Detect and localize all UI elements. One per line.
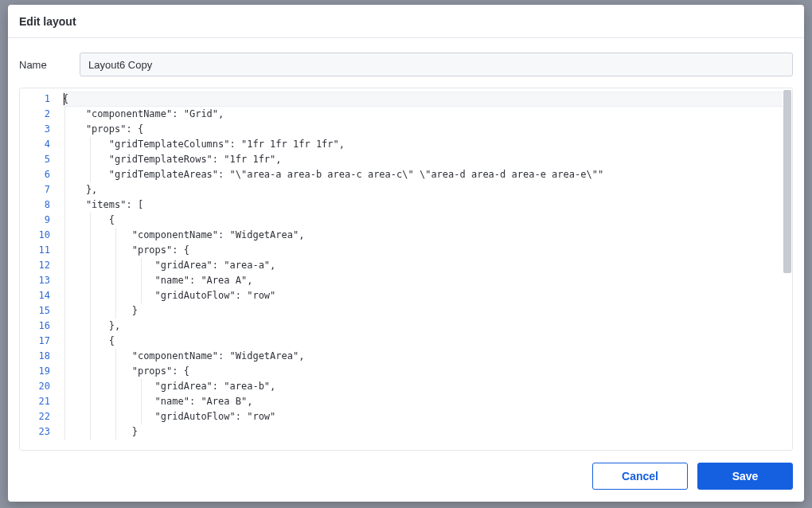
line-number: 21 [20,394,63,409]
indent-guide [90,364,91,379]
code-line[interactable]: "items": [ [63,197,792,213]
line-number: 1 [20,92,63,107]
code-line[interactable]: "name": "Area A", [63,273,792,288]
code-text: } [63,426,138,437]
indent-guide [64,394,65,409]
code-text: "componentName": "WidgetArea", [63,229,304,240]
code-text: "gridTemplateColumns": "1fr 1fr 1fr 1fr"… [63,139,345,150]
indent-guide [90,424,91,440]
code-line[interactable]: "componentName": "WidgetArea", [63,228,792,243]
code-line[interactable]: "gridTemplateColumns": "1fr 1fr 1fr 1fr"… [63,137,792,152]
line-number: 3 [20,122,63,137]
line-number: 6 [20,167,63,182]
edit-layout-modal: Edit layout Name 12345678910111213141516… [8,5,804,502]
indent-guide [141,409,142,424]
indent-guide [64,167,65,182]
scrollbar-track[interactable] [783,88,792,450]
indent-guide [64,122,65,137]
line-number: 20 [20,379,63,394]
code-text: "items": [ [63,199,143,210]
line-number: 5 [20,152,63,167]
indent-guide [141,379,142,394]
indent-guide [64,213,65,228]
indent-guide [141,258,142,273]
code-line[interactable]: "gridAutoFlow": "row" [63,409,792,424]
code-line[interactable]: { [63,213,792,228]
indent-guide [64,349,65,364]
save-button[interactable]: Save [697,463,793,490]
line-number: 13 [20,273,63,288]
line-number: 23 [20,424,63,440]
code-text: "componentName": "WidgetArea", [63,350,304,361]
code-text: }, [63,184,97,195]
line-number: 4 [20,137,63,152]
line-number: 12 [20,258,63,273]
indent-guide [64,379,65,394]
code-line[interactable]: { [63,92,792,107]
indent-guide [90,152,91,167]
code-line[interactable]: "props": { [63,243,792,258]
indent-guide [115,379,116,394]
name-input[interactable] [80,53,793,76]
line-number: 15 [20,303,63,318]
line-number: 18 [20,349,63,364]
code-text: "gridTemplateAreas": "\"area-a area-b ar… [63,169,603,180]
code-line[interactable]: { [63,334,792,349]
indent-guide [115,364,116,379]
line-number: 7 [20,182,63,197]
code-line[interactable]: "componentName": "Grid", [63,107,792,122]
cancel-button[interactable]: Cancel [592,463,688,490]
indent-guide [64,152,65,167]
code-line[interactable]: }, [63,182,792,197]
code-editor[interactable]: 1234567891011121314151617181920212223 { … [19,88,793,451]
indent-guide [64,182,65,197]
code-line[interactable]: "gridArea": "area-b", [63,379,792,394]
indent-guide [90,273,91,288]
code-text: "gridTemplateRows": "1fr 1fr", [63,154,282,165]
name-label: Name [19,59,67,71]
indent-guide [115,394,116,409]
code-line[interactable]: "gridAutoFlow": "row" [63,288,792,303]
indent-guide [64,424,65,440]
code-line[interactable]: "gridTemplateAreas": "\"area-a area-b ar… [63,167,792,182]
line-number: 14 [20,288,63,303]
code-text: "gridArea": "area-b", [63,381,275,392]
code-line[interactable]: "componentName": "WidgetArea", [63,349,792,364]
scrollbar-thumb[interactable] [783,90,791,273]
indent-guide [64,409,65,424]
indent-guide [115,409,116,424]
indent-guide [64,258,65,273]
indent-guide [64,107,65,122]
indent-guide [64,197,65,213]
code-text: { [63,335,115,346]
line-number: 10 [20,228,63,243]
line-number: 11 [20,243,63,258]
code-line[interactable]: "gridArea": "area-a", [63,258,792,273]
code-line[interactable]: "props": { [63,364,792,379]
code-line[interactable]: "props": { [63,122,792,137]
code-text: { [63,214,115,225]
indent-guide [90,137,91,152]
indent-guide [90,243,91,258]
line-number-gutter: 1234567891011121314151617181920212223 [20,88,63,450]
indent-guide [64,288,65,303]
code-text: "props": { [63,365,189,377]
code-text: "componentName": "Grid", [63,108,224,119]
indent-guide [90,394,91,409]
modal-footer: Cancel Save [8,451,804,502]
code-line[interactable]: } [63,303,792,318]
code-area[interactable]: { "componentName": "Grid", "props": { "g… [63,88,792,450]
code-text: "gridAutoFlow": "row" [63,411,275,422]
code-line[interactable]: } [63,424,792,440]
indent-guide [90,349,91,364]
line-number: 8 [20,197,63,213]
code-text: "name": "Area B", [63,396,252,407]
indent-guide [141,288,142,303]
code-text: }, [63,320,120,331]
code-line[interactable]: "gridTemplateRows": "1fr 1fr", [63,152,792,167]
code-line[interactable]: }, [63,318,792,334]
code-text: "props": { [63,123,143,135]
code-line[interactable]: "name": "Area B", [63,394,792,409]
indent-guide [115,243,116,258]
indent-guide [64,303,65,318]
